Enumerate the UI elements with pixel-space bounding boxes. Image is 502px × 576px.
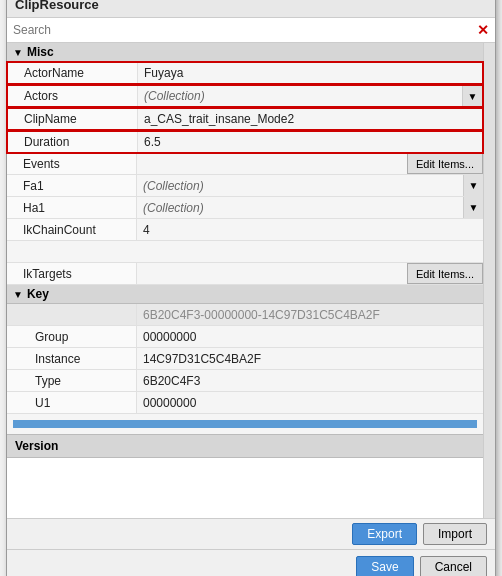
- prop-value-ha1[interactable]: (Collection): [137, 197, 463, 218]
- content-area: ▼ Misc ActorName Fuyaya Actors (Collecti…: [7, 43, 495, 518]
- prop-row-instance: Instance 14C97D31C5C4BA2F: [7, 348, 483, 370]
- prop-row-ha1: Ha1 (Collection) ▼: [7, 197, 483, 219]
- prop-value-actor-name[interactable]: Fuyaya: [138, 63, 482, 83]
- actors-dropdown-btn[interactable]: ▼: [462, 86, 482, 106]
- prop-row-actor-name: ActorName Fuyaya: [6, 61, 484, 85]
- key-section-label: Key: [27, 287, 49, 301]
- footer-bottom: Save Cancel: [7, 549, 495, 576]
- prop-name-ik-chain-count: IkChainCount: [7, 219, 137, 240]
- clip-resource-window: ClipResource ✕ ▼ Misc ActorName Fuyaya A…: [6, 0, 496, 576]
- prop-value-instance[interactable]: 14C97D31C5C4BA2F: [137, 348, 483, 369]
- prop-row-type: Type 6B20C4F3: [7, 370, 483, 392]
- prop-name-actor-name: ActorName: [8, 63, 138, 83]
- scrollbar[interactable]: [483, 43, 495, 518]
- prop-row-events: Events Edit Items...: [7, 153, 483, 175]
- prop-name-u1: U1: [7, 392, 137, 413]
- import-button[interactable]: Import: [423, 523, 487, 545]
- prop-name-key-value: [7, 304, 137, 325]
- prop-row-group: Group 00000000: [7, 326, 483, 348]
- export-button[interactable]: Export: [352, 523, 417, 545]
- empty-row-1: [7, 241, 483, 263]
- prop-value-key-hash: 6B20C4F3-00000000-14C97D31C5C4BA2F: [137, 304, 483, 325]
- blue-progress-bar: [13, 420, 477, 428]
- ik-targets-edit-items-button[interactable]: Edit Items...: [407, 263, 483, 284]
- ha1-dropdown-btn[interactable]: ▼: [463, 197, 483, 218]
- prop-name-ik-targets: IkTargets: [7, 263, 137, 284]
- prop-row-actors: Actors (Collection) ▼: [6, 84, 484, 108]
- save-button[interactable]: Save: [356, 556, 413, 576]
- prop-name-group: Group: [7, 326, 137, 347]
- prop-row-fa1: Fa1 (Collection) ▼: [7, 175, 483, 197]
- prop-value-duration[interactable]: 6.5: [138, 132, 482, 152]
- cancel-button[interactable]: Cancel: [420, 556, 487, 576]
- prop-value-ik-targets: [137, 263, 407, 284]
- events-edit-items-button[interactable]: Edit Items...: [407, 153, 483, 174]
- prop-value-actors[interactable]: (Collection): [138, 86, 462, 106]
- blue-progress-bar-container: [7, 414, 483, 434]
- prop-value-u1[interactable]: 00000000: [137, 392, 483, 413]
- prop-row-ik-chain-count: IkChainCount 4: [7, 219, 483, 241]
- version-section-header: Version: [7, 434, 483, 458]
- misc-section-label: Misc: [27, 45, 54, 59]
- version-content: [7, 458, 483, 518]
- prop-name-duration: Duration: [8, 132, 138, 152]
- footer-top: Export Import: [7, 518, 495, 549]
- prop-value-type[interactable]: 6B20C4F3: [137, 370, 483, 391]
- prop-name-ha1: Ha1: [7, 197, 137, 218]
- prop-name-actors: Actors: [8, 86, 138, 106]
- prop-name-type: Type: [7, 370, 137, 391]
- misc-section-header: ▼ Misc: [7, 43, 483, 62]
- prop-name-instance: Instance: [7, 348, 137, 369]
- prop-row-key-value: 6B20C4F3-00000000-14C97D31C5C4BA2F: [7, 304, 483, 326]
- window-title: ClipResource: [15, 0, 99, 12]
- prop-value-clip-name[interactable]: a_CAS_trait_insane_Mode2: [138, 109, 482, 129]
- main-content: ▼ Misc ActorName Fuyaya Actors (Collecti…: [7, 43, 483, 518]
- clear-search-icon[interactable]: ✕: [477, 22, 489, 38]
- prop-row-ik-targets: IkTargets Edit Items...: [7, 263, 483, 285]
- title-bar: ClipResource: [7, 0, 495, 18]
- key-arrow-icon: ▼: [13, 289, 23, 300]
- fa1-dropdown-btn[interactable]: ▼: [463, 175, 483, 196]
- version-section-label: Version: [15, 439, 58, 453]
- search-input[interactable]: [13, 23, 477, 37]
- prop-row-clip-name: ClipName a_CAS_trait_insane_Mode2: [6, 107, 484, 131]
- prop-name-events: Events: [7, 153, 137, 174]
- prop-value-group[interactable]: 00000000: [137, 326, 483, 347]
- prop-name-fa1: Fa1: [7, 175, 137, 196]
- prop-value-fa1[interactable]: (Collection): [137, 175, 463, 196]
- search-bar: ✕: [7, 18, 495, 43]
- prop-value-events: [137, 153, 407, 174]
- misc-arrow-icon: ▼: [13, 47, 23, 58]
- prop-name-clip-name: ClipName: [8, 109, 138, 129]
- prop-row-u1: U1 00000000: [7, 392, 483, 414]
- key-section-header: ▼ Key: [7, 285, 483, 304]
- prop-row-duration: Duration 6.5: [6, 130, 484, 154]
- prop-value-ik-chain-count[interactable]: 4: [137, 219, 483, 240]
